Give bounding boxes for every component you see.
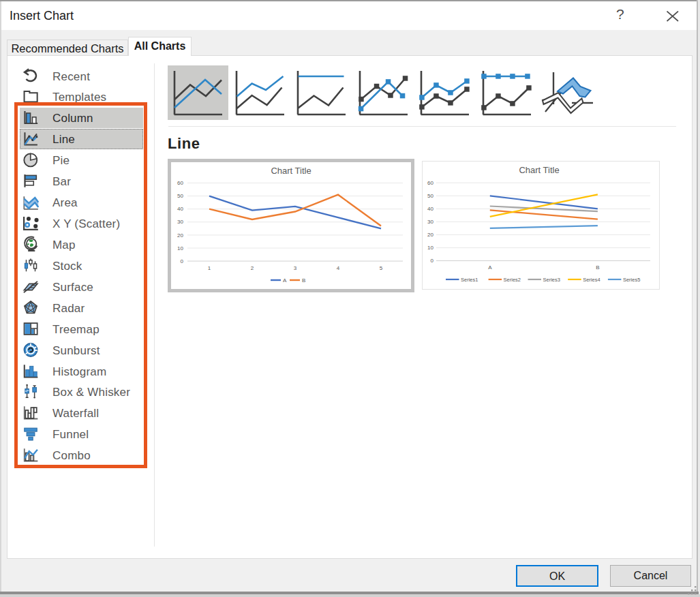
svg-text:10: 10 [177,245,183,251]
svg-text:Series4: Series4 [583,277,600,283]
svg-text:1: 1 [208,265,211,271]
svg-text:20: 20 [177,232,183,239]
svg-text:50: 50 [177,193,183,199]
svg-text:20: 20 [427,232,433,238]
svg-text:30: 30 [427,219,433,225]
svg-text:10: 10 [427,245,433,251]
svg-text:40: 40 [177,206,183,212]
svg-text:Chart Title: Chart Title [271,166,311,176]
svg-text:3: 3 [294,265,297,271]
svg-text:A: A [488,264,492,271]
svg-text:Series5: Series5 [623,277,640,283]
svg-text:50: 50 [427,193,433,199]
svg-text:4: 4 [337,265,340,271]
svg-text:Chart Title: Chart Title [519,165,559,175]
svg-text:B: B [596,264,599,271]
svg-text:0: 0 [431,258,434,264]
svg-text:5: 5 [380,265,383,271]
svg-text:2: 2 [251,265,254,271]
svg-text:40: 40 [427,206,433,212]
svg-text:Series3: Series3 [543,277,560,283]
svg-text:30: 30 [177,219,183,225]
svg-text:60: 60 [427,180,433,186]
svg-text:A: A [283,277,287,284]
svg-text:Series2: Series2 [504,277,521,283]
svg-text:Series1: Series1 [461,277,478,283]
svg-text:B: B [302,277,305,284]
svg-text:60: 60 [177,180,183,186]
svg-text:0: 0 [181,258,184,264]
